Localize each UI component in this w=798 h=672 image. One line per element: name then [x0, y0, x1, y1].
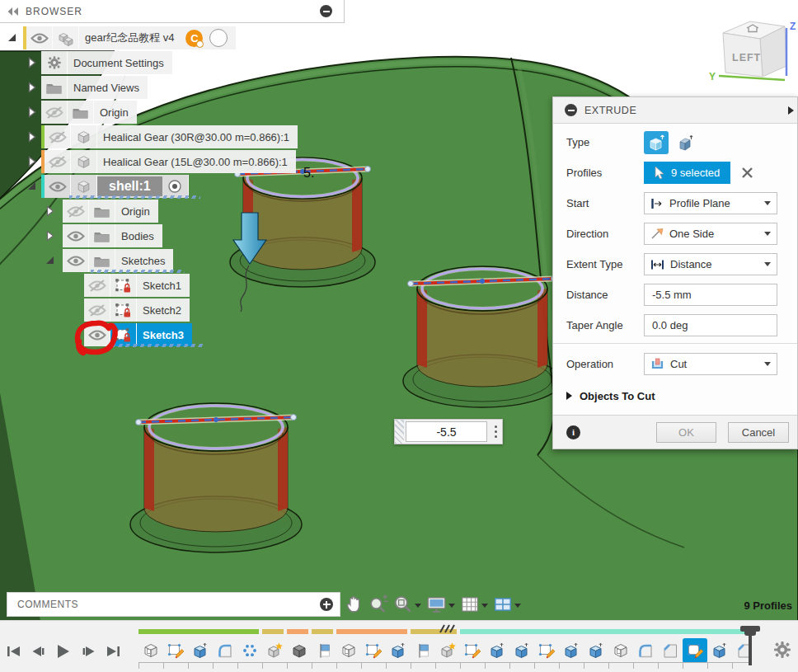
- visibility-eye-icon[interactable]: [45, 125, 71, 148]
- more-options-icon[interactable]: [489, 425, 502, 438]
- cube-icon: [71, 125, 97, 148]
- timeline-feature-pattern-4[interactable]: [237, 638, 262, 663]
- extent-type-dropdown[interactable]: Distance: [644, 253, 777, 275]
- cloud-status-badge[interactable]: C: [185, 30, 203, 47]
- timeline-feature-plane-11[interactable]: [411, 638, 435, 663]
- add-comment-icon[interactable]: [320, 598, 333, 611]
- timeline-feature-sketch-13[interactable]: [460, 638, 485, 663]
- objects-to-cut-toggle[interactable]: Objects To Cut: [553, 382, 797, 410]
- grid-settings-button[interactable]: [459, 594, 490, 615]
- collapsed-arrow-icon[interactable]: [28, 156, 36, 167]
- distance-input[interactable]: -5.5 mm: [644, 284, 777, 306]
- timeline-feature-component-5[interactable]: [262, 638, 287, 663]
- clear-selection-icon[interactable]: [741, 167, 753, 179]
- visibility-eye-icon[interactable]: [63, 249, 89, 272]
- timeline-feature-extrude-23[interactable]: [707, 638, 732, 663]
- go-to-start-button[interactable]: [3, 641, 25, 662]
- timeline-feature-component-12[interactable]: [435, 638, 460, 663]
- browser-row-label: shell:1: [97, 176, 162, 196]
- activate-component-radio[interactable]: [162, 175, 189, 198]
- timeline-group-bar[interactable]: [460, 629, 753, 634]
- fit-button[interactable]: [392, 594, 423, 615]
- visibility-eye-icon[interactable]: [84, 323, 110, 346]
- timeline-feature-box-0[interactable]: [138, 638, 163, 663]
- chevron-down-icon[interactable]: [514, 604, 521, 608]
- start-dropdown[interactable]: Profile Plane: [644, 192, 777, 214]
- extrude-dialog-header[interactable]: EXTRUDE: [553, 97, 797, 124]
- timeline-settings-gear-icon[interactable]: [773, 641, 791, 659]
- timeline-feature-chamfer-21[interactable]: [658, 638, 683, 663]
- timeline-feature-box-8[interactable]: [336, 638, 361, 663]
- chevron-down-icon[interactable]: [481, 604, 488, 608]
- timeline-feature-sketch-16[interactable]: [534, 638, 559, 663]
- visibility-eye-icon[interactable]: [84, 298, 110, 322]
- cylinder-boss-2[interactable]: [403, 266, 561, 407]
- drag-handle[interactable]: [395, 420, 404, 444]
- profiles-selection-button[interactable]: 9 selected: [644, 162, 730, 184]
- operation-dropdown[interactable]: Cut: [644, 353, 777, 375]
- step-forward-button[interactable]: [77, 641, 99, 662]
- display-settings-button[interactable]: [425, 594, 457, 615]
- play-button[interactable]: [53, 641, 74, 662]
- collapse-dialog-icon[interactable]: [565, 104, 577, 116]
- info-icon[interactable]: i: [566, 425, 580, 439]
- cylinder-boss-3[interactable]: [130, 403, 302, 552]
- expanded-arrow-icon[interactable]: [8, 34, 16, 41]
- collapsed-arrow-icon[interactable]: [28, 57, 36, 68]
- extent-type-value: Distance: [670, 258, 712, 270]
- distance-label: Distance: [566, 289, 644, 301]
- collapsed-arrow-icon[interactable]: [28, 131, 36, 143]
- pan-button[interactable]: [344, 594, 365, 615]
- zoom-button[interactable]: [368, 594, 390, 615]
- visibility-eye-icon[interactable]: [45, 175, 71, 198]
- timeline-feature-extrude-10[interactable]: [386, 638, 411, 663]
- visibility-eye-icon[interactable]: [63, 224, 89, 247]
- view-cube[interactable]: LEFT Z Y: [699, 2, 798, 92]
- visibility-eye-icon[interactable]: [45, 150, 71, 173]
- expanded-arrow-icon[interactable]: [28, 182, 35, 190]
- chevron-down-icon[interactable]: [448, 604, 455, 608]
- browser-row-label: Document Settings: [68, 51, 172, 74]
- visibility-eye-icon[interactable]: [63, 200, 89, 223]
- timeline-group-bar[interactable]: [138, 629, 259, 634]
- visibility-eye-icon[interactable]: [41, 101, 68, 124]
- visibility-eye-icon[interactable]: [26, 26, 53, 49]
- timeline-feature-sketch-1[interactable]: [163, 638, 188, 663]
- in-canvas-distance-input[interactable]: -5.5: [406, 421, 487, 442]
- collapsed-arrow-icon[interactable]: [46, 205, 54, 217]
- collapsed-arrow-icon[interactable]: [28, 106, 36, 118]
- visibility-eye-icon[interactable]: [84, 274, 110, 297]
- expanded-arrow-icon[interactable]: [46, 256, 54, 264]
- timeline-feature-extrude-17[interactable]: [559, 638, 584, 663]
- timeline-feature-box-19[interactable]: [608, 638, 633, 663]
- timeline-feature-sketch-9[interactable]: [361, 638, 386, 663]
- go-to-end-button[interactable]: [102, 641, 124, 662]
- timeline-feature-plane-7[interactable]: [312, 638, 336, 663]
- cancel-button[interactable]: Cancel: [728, 422, 789, 443]
- step-back-button[interactable]: [28, 641, 49, 662]
- timeline-feature-extrude-2[interactable]: [188, 638, 213, 663]
- timeline-feature-sketch-22[interactable]: [683, 638, 707, 663]
- timeline-feature-fillet-20[interactable]: [633, 638, 658, 663]
- timeline-group-bar[interactable]: [336, 629, 407, 634]
- collapsed-arrow-icon[interactable]: [28, 82, 36, 93]
- comments-bar[interactable]: COMMENTS: [7, 592, 340, 617]
- timeline-feature-combine-6[interactable]: [287, 638, 312, 663]
- extrude-type-thin-button[interactable]: [674, 131, 698, 154]
- timeline-feature-extrude-15[interactable]: [509, 638, 534, 663]
- timeline-playhead[interactable]: [740, 626, 760, 665]
- collapsed-arrow-icon[interactable]: [46, 230, 54, 242]
- timeline-group-bar[interactable]: [312, 629, 333, 634]
- direction-dropdown[interactable]: One Side: [644, 223, 777, 245]
- timeline-group-bar[interactable]: [262, 629, 284, 634]
- timeline-group-bar[interactable]: [287, 629, 308, 634]
- extrude-type-solid-button[interactable]: [644, 131, 669, 154]
- timeline-feature-extrude-14[interactable]: [485, 638, 509, 663]
- viewports-button[interactable]: [492, 594, 523, 615]
- timeline-feature-fillet-3[interactable]: [213, 638, 237, 663]
- chevron-down-icon[interactable]: [415, 604, 421, 608]
- dialog-dock-arrow-icon[interactable]: [788, 106, 794, 115]
- taper-angle-input[interactable]: 0.0 deg: [644, 314, 777, 336]
- ok-button[interactable]: OK: [656, 422, 716, 443]
- timeline-feature-extrude-18[interactable]: [584, 638, 608, 663]
